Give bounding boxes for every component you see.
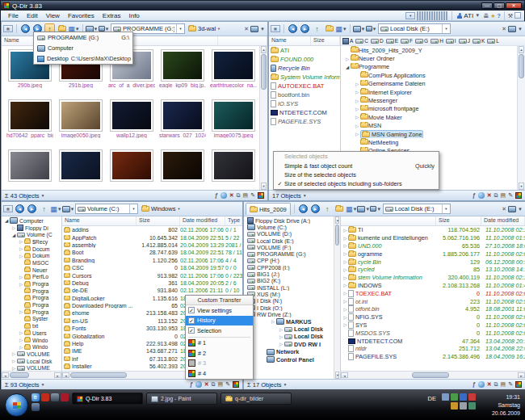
table-row[interactable]: ▷NFIG.SYS011.10.2008 02:05 bbox=[341, 313, 525, 321]
dropdown-item[interactable]: Computer bbox=[34, 43, 132, 53]
drive-item[interactable]: INSTALL (L:) bbox=[244, 284, 334, 291]
table-row[interactable]: Debug36118.04.2009 20:052 / 6 bbox=[62, 279, 242, 287]
thumbnail[interactable]: eagle_kp09_big.jp... bbox=[159, 49, 206, 93]
filter-icon[interactable]: ƒ bbox=[190, 380, 193, 388]
folder-crumb[interactable]: 3d-wal▼ bbox=[187, 25, 222, 32]
drive-letter-H[interactable]: H bbox=[430, 38, 443, 44]
tree-item[interactable]: ▷Internet Explorer bbox=[341, 88, 518, 96]
table-row[interactable]: ▷stem Volume Information320.400.11911.10… bbox=[341, 274, 525, 282]
thumbnail[interactable]: starwars_027_1024... bbox=[159, 99, 206, 143]
expander-icon[interactable]: ▷ bbox=[342, 275, 348, 280]
tree-item[interactable]: ▷Windo bbox=[2, 337, 61, 344]
file-row[interactable]: Recycle Bin bbox=[269, 64, 340, 73]
expander-icon[interactable]: ▷ bbox=[342, 299, 348, 304]
help-icon[interactable]: ? bbox=[497, 12, 500, 19]
expander-icon[interactable]: ◢ bbox=[344, 65, 351, 69]
table-row[interactable]: Branding1.120.25602.11.2006 17:064 / 4 bbox=[62, 257, 242, 264]
tree-item[interactable]: ▷VOLUME bbox=[2, 351, 61, 358]
drive-combo[interactable]: Local Disk (E:)▼ bbox=[383, 204, 451, 214]
expander-icon[interactable]: ▷ bbox=[18, 345, 24, 350]
edit-icon[interactable]: ✎ bbox=[508, 380, 513, 388]
switch-windows-icon[interactable] bbox=[32, 403, 40, 411]
internet-explorer-icon[interactable]: e bbox=[32, 393, 40, 401]
menu-edit[interactable]: Edit bbox=[23, 12, 42, 19]
views-button[interactable]: ▦▼ bbox=[51, 204, 61, 214]
tree-item[interactable]: Network bbox=[244, 348, 334, 355]
expander-icon[interactable]: ▷ bbox=[18, 338, 24, 342]
copy-icon[interactable]: ⧉ bbox=[237, 191, 241, 200]
expander-icon[interactable]: ▷ bbox=[354, 90, 360, 94]
thumbnail[interactable] bbox=[159, 149, 206, 190]
copy-icon[interactable]: ⧉ bbox=[494, 191, 498, 200]
pane4-column-header[interactable]: Size Date modified bbox=[341, 216, 525, 226]
expander-icon[interactable]: ▷ bbox=[342, 315, 348, 320]
expander-icon[interactable]: ▷ bbox=[278, 342, 284, 346]
tree-item[interactable]: ▷$Recy bbox=[2, 238, 61, 246]
messenger-icon[interactable] bbox=[451, 402, 458, 410]
thumbnail[interactable] bbox=[6, 149, 53, 190]
paste-icon[interactable]: ▤ bbox=[218, 380, 224, 388]
folder-crumb[interactable]: Windows▼ bbox=[140, 205, 182, 212]
menu-item[interactable]: # 4 bbox=[186, 368, 253, 379]
qdir-icon[interactable] bbox=[515, 192, 522, 199]
expander-icon[interactable]: ▷ bbox=[10, 366, 17, 371]
expander-icon[interactable]: ▷ bbox=[10, 359, 17, 363]
table-row[interactable]: PAGEFILE.SYS2.145.386.49618.04.2009 16:2… bbox=[341, 353, 525, 361]
expander-icon[interactable]: ▷ bbox=[10, 351, 17, 356]
globe-icon[interactable] bbox=[220, 192, 227, 199]
views-button[interactable]: ▦▼ bbox=[336, 23, 346, 34]
expander-icon[interactable]: ▷ bbox=[18, 309, 24, 314]
volume-icon[interactable] bbox=[460, 402, 467, 410]
pane-menu-icon[interactable]: ▦ bbox=[271, 25, 280, 32]
file-row[interactable]: NTDETECT.COM bbox=[269, 108, 340, 117]
drive-letter-L[interactable]: L bbox=[487, 38, 499, 44]
table-row[interactable]: Boot28.747.63918.04.2009 22:5178 / 11 bbox=[62, 249, 242, 256]
minimize-button[interactable]: — bbox=[481, 2, 493, 9]
monitor-icon[interactable] bbox=[250, 26, 258, 32]
table-row[interactable]: ▷cycled8513.10.2008 14:17 bbox=[341, 266, 525, 274]
computer-button[interactable]: ▼ bbox=[359, 204, 369, 214]
tree-item[interactable]: NetMeeting bbox=[341, 138, 518, 146]
pane-close-icon[interactable]: ✕ bbox=[502, 26, 506, 32]
edit-icon[interactable]: ✎ bbox=[225, 380, 230, 388]
open-folder-icon[interactable] bbox=[334, 204, 345, 214]
table-row[interactable]: MSDOS.SYS011.10.2008 02:05 bbox=[341, 329, 525, 337]
security-alert-icon[interactable] bbox=[468, 393, 476, 401]
drive-item[interactable]: I Disk (N:) bbox=[244, 298, 334, 304]
pane1-vscrollbar[interactable]: ▲▼ bbox=[259, 46, 267, 190]
filter-icon[interactable]: ƒ bbox=[472, 191, 476, 200]
pane-close-icon[interactable]: ✕ bbox=[502, 206, 506, 212]
drive-item[interactable]: Volume (C:) bbox=[244, 224, 334, 230]
views-button[interactable]: ▦▼ bbox=[346, 204, 357, 214]
tree-item[interactable]: Hits_2009_Hits_2009_Y bbox=[341, 46, 518, 54]
tree-item[interactable]: ▷PerfLo bbox=[2, 274, 61, 281]
thumbnail[interactable]: earthtruecolor_na... bbox=[210, 49, 257, 93]
thumbnail[interactable]: image0050.jpeg bbox=[57, 99, 104, 143]
tree-item[interactable]: ▷VOLUME bbox=[2, 364, 61, 371]
filter-icon[interactable]: ƒ bbox=[472, 380, 476, 388]
drive-item[interactable]: CPP2008 (I:) bbox=[244, 264, 334, 271]
tree-item[interactable]: Control Panel bbox=[244, 355, 334, 363]
display-icon[interactable] bbox=[460, 393, 467, 401]
tree-item[interactable]: ▷DVD RW I bbox=[244, 341, 334, 348]
drive-letter-A[interactable]: A bbox=[342, 38, 353, 44]
drive-item[interactable]: Local Disk (E:) bbox=[244, 237, 334, 244]
pane3-column-header[interactable]: Name Size Date modified Type bbox=[62, 216, 242, 226]
printer-icon[interactable]: 🖶 bbox=[483, 12, 489, 19]
file-row[interactable]: AUTOEXEC.BAT bbox=[269, 82, 340, 90]
task-button[interactable]: q-dir_bilder bbox=[220, 393, 292, 405]
menu-item[interactable]: # 2 bbox=[186, 348, 253, 359]
tree-item[interactable]: ▷Messenger bbox=[341, 96, 518, 104]
thumbnail[interactable]: wallp12.jpeg bbox=[108, 99, 155, 143]
expander-icon[interactable]: ▷ bbox=[18, 330, 24, 335]
table-row[interactable]: assembly1.412.885.01420.04.2009 13:29208… bbox=[62, 242, 242, 249]
tree-item[interactable]: ◢Programme bbox=[341, 63, 518, 71]
table-row[interactable]: ntldr251.71213.04.2008 22:01 bbox=[341, 345, 525, 353]
quick-launch-icon[interactable] bbox=[61, 393, 69, 401]
paste-icon[interactable]: ▤ bbox=[501, 380, 506, 388]
tree-item[interactable]: ▷Users bbox=[2, 330, 61, 337]
tree-item[interactable]: ▷MSN Gaming Zone bbox=[341, 130, 518, 138]
show-desktop-icon[interactable] bbox=[51, 393, 59, 401]
expander-icon[interactable]: ▷ bbox=[18, 239, 24, 244]
computer-button[interactable]: ▼ bbox=[354, 23, 364, 34]
